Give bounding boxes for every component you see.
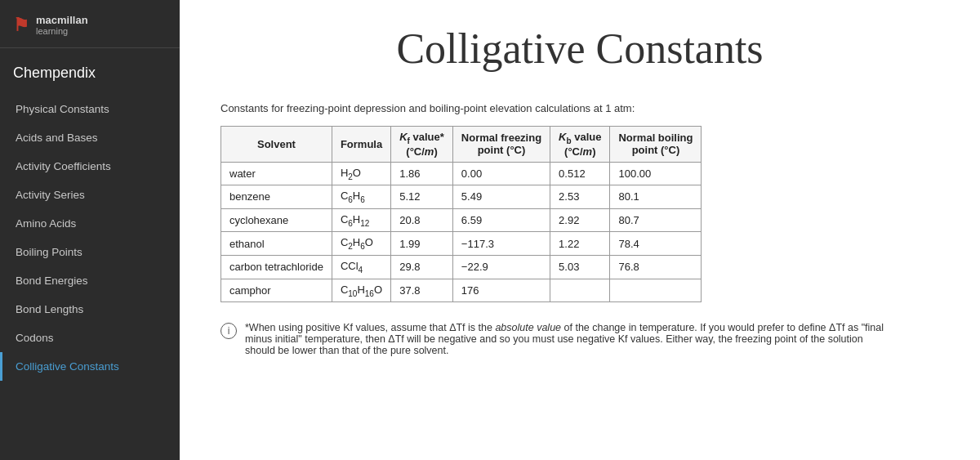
cell-nfp: 5.49 (452, 185, 550, 209)
col-nfp: Normal freezingpoint (°C) (452, 127, 550, 163)
table-row: carbon tetrachloride CCl4 29.8 −22.9 5.0… (221, 255, 702, 279)
cell-nbp: 76.8 (610, 255, 702, 279)
table-row: ethanol C2H6O 1.99 −117.3 1.22 78.4 (221, 232, 702, 256)
cell-formula: H2O (332, 162, 390, 185)
sidebar: ⚑ macmillan learning Chempendix Physical… (0, 0, 180, 460)
cell-nbp: 80.1 (610, 185, 702, 209)
logo-text: macmillan learning (36, 15, 88, 36)
footnote-text: *When using positive Kf values, assume t… (245, 322, 890, 356)
nav-item-amino-acids[interactable]: Amino Acids (0, 209, 180, 238)
cell-nfp: −22.9 (452, 255, 550, 279)
nav-list: Physical ConstantsAcids and BasesActivit… (0, 95, 180, 460)
logo: ⚑ macmillan learning (0, 0, 180, 48)
cell-kf: 29.8 (391, 255, 453, 279)
cell-nfp: −117.3 (452, 232, 550, 256)
cell-kf: 1.86 (391, 162, 453, 185)
info-icon: i (220, 323, 237, 339)
table-row: camphor C10H16O 37.8 176 (221, 279, 702, 302)
col-kf: Kf value* (°C/m) (391, 127, 453, 163)
nav-item-activity-coefficients[interactable]: Activity Coefficients (0, 152, 180, 181)
intro-text: Constants for freezing-point depression … (220, 102, 939, 114)
cell-nbp: 78.4 (610, 232, 702, 256)
logo-icon: ⚑ (13, 15, 29, 36)
nav-item-acids-and-bases[interactable]: Acids and Bases (0, 123, 180, 152)
cell-kf: 37.8 (391, 279, 453, 302)
table-body: water H2O 1.86 0.00 0.512 100.00 benzene… (221, 162, 702, 302)
nav-item-bond-lengths[interactable]: Bond Lengths (0, 295, 180, 324)
nav-item-physical-constants[interactable]: Physical Constants (0, 95, 180, 123)
cell-solvent: cyclohexane (221, 208, 332, 232)
cell-kf: 1.99 (391, 232, 453, 256)
cell-solvent: ethanol (221, 232, 332, 256)
cell-nbp: 100.00 (610, 162, 702, 185)
cell-kb: 2.53 (550, 185, 610, 209)
col-solvent: Solvent (221, 127, 332, 163)
cell-kf: 20.8 (391, 208, 453, 232)
cell-solvent: water (221, 162, 332, 185)
nav-item-boiling-points[interactable]: Boiling Points (0, 238, 180, 266)
nav-item-bond-energies[interactable]: Bond Energies (0, 266, 180, 295)
cell-nfp: 176 (452, 279, 550, 302)
cell-solvent: camphor (221, 279, 332, 302)
cell-kb: 2.92 (550, 208, 610, 232)
cell-nfp: 6.59 (452, 208, 550, 232)
cell-kb: 5.03 (550, 255, 610, 279)
cell-formula: CCl4 (332, 255, 390, 279)
nav-item-colligative-constants[interactable]: Colligative Constants (0, 352, 180, 381)
col-formula: Formula (332, 127, 390, 163)
cell-kb: 0.512 (550, 162, 610, 185)
table-row: benzene C6H6 5.12 5.49 2.53 80.1 (221, 185, 702, 209)
sidebar-title: Chempendix (0, 48, 180, 95)
nav-item-activity-series[interactable]: Activity Series (0, 181, 180, 209)
cell-solvent: benzene (221, 185, 332, 209)
footnote-area: i *When using positive Kf values, assume… (220, 322, 890, 356)
table-row: water H2O 1.86 0.00 0.512 100.00 (221, 162, 702, 185)
col-nbp: Normal boilingpoint (°C) (610, 127, 702, 163)
main-content: Colligative Constants Constants for free… (180, 0, 980, 460)
cell-formula: C6H12 (332, 208, 390, 232)
cell-nbp: 80.7 (610, 208, 702, 232)
table-row: cyclohexane C6H12 20.8 6.59 2.92 80.7 (221, 208, 702, 232)
nav-item-codons[interactable]: Codons (0, 324, 180, 352)
cell-nbp (610, 279, 702, 302)
cell-solvent: carbon tetrachloride (221, 255, 332, 279)
logo-brand: macmillan (36, 15, 88, 26)
page-title: Colligative Constants (220, 25, 939, 73)
cell-kf: 5.12 (391, 185, 453, 209)
cell-formula: C2H6O (332, 232, 390, 256)
logo-sub: learning (36, 26, 88, 36)
colligative-table: Solvent Formula Kf value* (°C/m) Normal … (220, 126, 702, 302)
cell-nfp: 0.00 (452, 162, 550, 185)
cell-formula: C6H6 (332, 185, 390, 209)
cell-kb (550, 279, 610, 302)
cell-formula: C10H16O (332, 279, 390, 302)
col-kb: Kb value(°C/m) (550, 127, 610, 163)
cell-kb: 1.22 (550, 232, 610, 256)
